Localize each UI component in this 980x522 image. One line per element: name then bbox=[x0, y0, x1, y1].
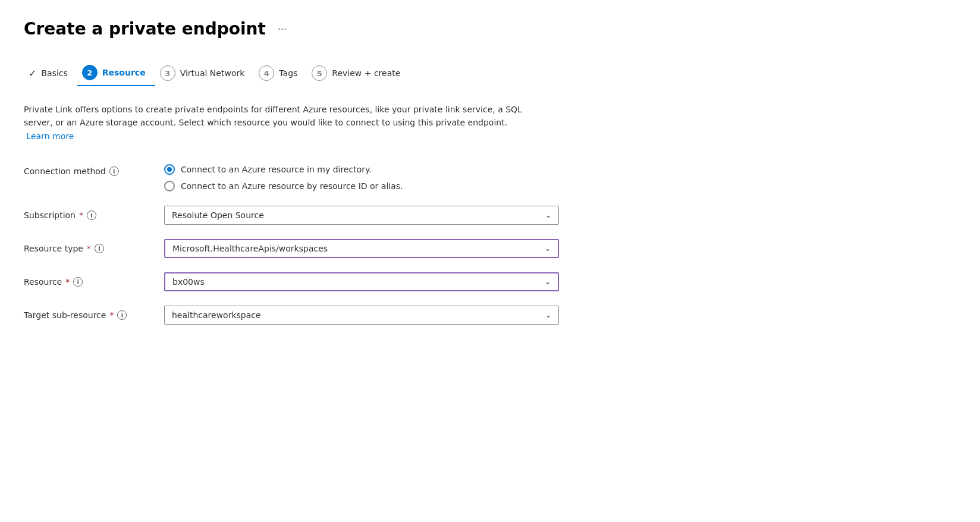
connection-method-info-icon[interactable]: i bbox=[109, 166, 119, 176]
radio-option-resource-id[interactable]: Connect to an Azure resource by resource… bbox=[164, 181, 559, 191]
wizard-step-basics-label: Basics bbox=[41, 68, 67, 78]
resource-dropdown[interactable]: bx00ws ⌄ bbox=[164, 272, 559, 291]
connection-method-row: Connection method i Connect to an Azure … bbox=[24, 162, 559, 191]
connection-method-label: Connection method i bbox=[24, 166, 155, 176]
wizard-step-review-create-label: Review + create bbox=[332, 68, 400, 78]
ellipsis-button[interactable]: ··· bbox=[273, 20, 291, 37]
page-title-row: Create a private endpoint ··· bbox=[24, 19, 956, 39]
resource-type-dropdown[interactable]: Microsoft.HealthcareApis/workspaces ⌄ bbox=[164, 239, 559, 258]
resource-control-col: bx00ws ⌄ bbox=[164, 272, 559, 291]
resource-required-star: * bbox=[65, 277, 70, 287]
connection-method-label-col: Connection method i bbox=[24, 162, 155, 176]
learn-more-link[interactable]: Learn more bbox=[26, 131, 74, 141]
subscription-dropdown[interactable]: Resolute Open Source ⌄ bbox=[164, 206, 559, 225]
resource-type-label: Resource type * i bbox=[24, 244, 155, 253]
subscription-chevron-icon: ⌄ bbox=[545, 211, 551, 219]
resource-info-icon[interactable]: i bbox=[73, 277, 83, 287]
resource-type-required-star: * bbox=[87, 244, 91, 253]
wizard-step-tags[interactable]: 4 Tags bbox=[254, 61, 307, 86]
resource-type-row: Resource type * i Microsoft.HealthcareAp… bbox=[24, 239, 559, 258]
target-sub-resource-control-col: healthcareworkspace ⌄ bbox=[164, 306, 559, 325]
wizard-step-review-create[interactable]: 5 Review + create bbox=[307, 61, 410, 86]
connection-method-radio-group: Connect to an Azure resource in my direc… bbox=[164, 162, 559, 191]
resource-type-label-col: Resource type * i bbox=[24, 239, 155, 253]
radio-option-directory[interactable]: Connect to an Azure resource in my direc… bbox=[164, 164, 559, 175]
review-create-step-circle: 5 bbox=[312, 65, 327, 81]
radio-input-directory[interactable] bbox=[164, 164, 175, 175]
resource-label: Resource * i bbox=[24, 277, 155, 287]
target-sub-resource-required-star: * bbox=[109, 310, 114, 320]
basics-check-icon: ✓ bbox=[29, 68, 36, 79]
page-title: Create a private endpoint bbox=[24, 19, 266, 39]
description-body: Private Link offers options to create pr… bbox=[24, 105, 522, 127]
resource-chevron-icon: ⌄ bbox=[545, 278, 551, 286]
form-section: Connection method i Connect to an Azure … bbox=[24, 162, 559, 325]
subscription-value: Resolute Open Source bbox=[172, 210, 264, 220]
wizard-step-resource-label: Resource bbox=[102, 68, 146, 77]
target-sub-resource-label: Target sub-resource * i bbox=[24, 310, 155, 320]
resource-type-value: Microsoft.HealthcareApis/workspaces bbox=[172, 244, 328, 253]
subscription-control-col: Resolute Open Source ⌄ bbox=[164, 206, 559, 225]
wizard-step-virtual-network[interactable]: 3 Virtual Network bbox=[155, 61, 255, 86]
radio-label-directory: Connect to an Azure resource in my direc… bbox=[181, 165, 372, 174]
subscription-label: Subscription * i bbox=[24, 210, 155, 220]
virtual-network-step-circle: 3 bbox=[160, 65, 175, 81]
resource-value: bx00ws bbox=[172, 277, 205, 287]
radio-input-resource-id[interactable] bbox=[164, 181, 175, 191]
target-sub-resource-label-col: Target sub-resource * i bbox=[24, 306, 155, 320]
description-text: Private Link offers options to create pr… bbox=[24, 103, 535, 143]
wizard-steps: ✓ Basics 2 Resource 3 Virtual Network 4 … bbox=[24, 60, 956, 86]
target-sub-resource-info-icon[interactable]: i bbox=[117, 310, 127, 320]
radio-dot-directory bbox=[167, 167, 172, 172]
subscription-required-star: * bbox=[79, 210, 83, 220]
connection-method-control-col: Connect to an Azure resource in my direc… bbox=[164, 162, 559, 191]
resource-type-info-icon[interactable]: i bbox=[95, 244, 104, 253]
resource-type-chevron-icon: ⌄ bbox=[545, 244, 551, 253]
target-sub-resource-row: Target sub-resource * i healthcareworksp… bbox=[24, 306, 559, 325]
target-sub-resource-chevron-icon: ⌄ bbox=[545, 311, 551, 319]
radio-label-resource-id: Connect to an Azure resource by resource… bbox=[181, 181, 403, 191]
resource-step-circle: 2 bbox=[82, 65, 98, 80]
target-sub-resource-value: healthcareworkspace bbox=[172, 310, 261, 320]
tags-step-circle: 4 bbox=[259, 65, 274, 81]
target-sub-resource-dropdown[interactable]: healthcareworkspace ⌄ bbox=[164, 306, 559, 325]
resource-label-col: Resource * i bbox=[24, 272, 155, 287]
wizard-step-virtual-network-label: Virtual Network bbox=[180, 68, 245, 78]
wizard-step-basics[interactable]: ✓ Basics bbox=[24, 63, 77, 84]
subscription-row: Subscription * i Resolute Open Source ⌄ bbox=[24, 206, 559, 225]
resource-row: Resource * i bx00ws ⌄ bbox=[24, 272, 559, 291]
subscription-info-icon[interactable]: i bbox=[87, 210, 96, 220]
wizard-step-resource[interactable]: 2 Resource bbox=[77, 60, 155, 86]
subscription-label-col: Subscription * i bbox=[24, 206, 155, 220]
resource-type-control-col: Microsoft.HealthcareApis/workspaces ⌄ bbox=[164, 239, 559, 258]
wizard-step-tags-label: Tags bbox=[279, 68, 297, 78]
